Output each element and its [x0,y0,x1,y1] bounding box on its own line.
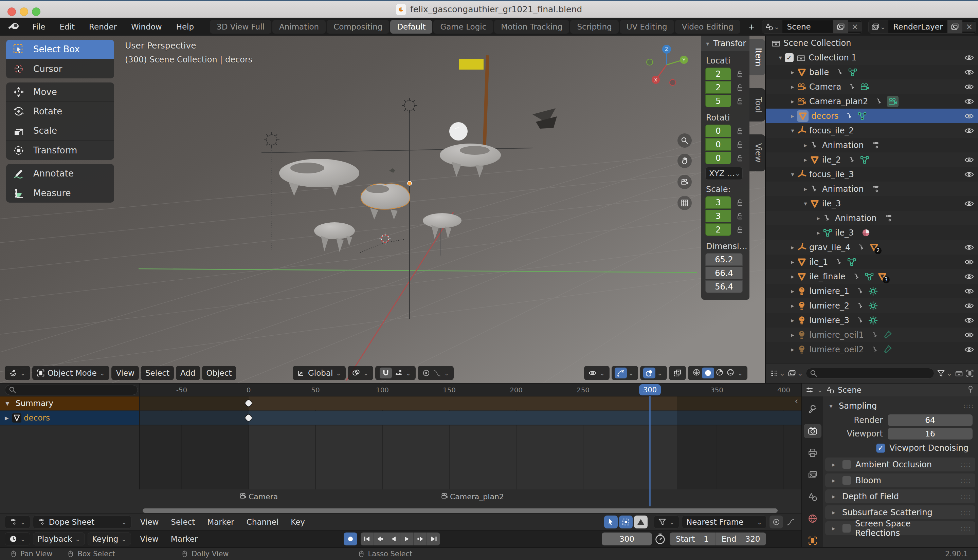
tab-world-properties[interactable] [804,512,821,526]
minimize-window-button[interactable] [20,7,28,16]
outliner-filter-button[interactable]: ⌄ [937,369,952,377]
current-frame-field[interactable]: 300 [602,533,652,545]
animation-icon[interactable] [849,83,857,91]
sync-icon[interactable] [966,369,974,377]
ds-menu-select[interactable]: Select [165,518,201,527]
next-keyframe-button[interactable] [414,533,427,545]
tool-cursor[interactable]: Cursor [6,59,114,78]
blender-logo-icon[interactable] [7,21,20,33]
falloff-curve-icon[interactable] [786,518,794,526]
menu-help[interactable]: Help [169,22,201,31]
outliner-row-collection-1[interactable]: ▾ ✓ Collection 1 [766,50,978,65]
eye-icon[interactable] [965,301,974,310]
gizmo-x-neg[interactable] [670,79,676,85]
disclosure-icon[interactable]: ▸ [788,68,797,76]
viewport-zoom-button[interactable] [678,133,692,148]
viewport-pan-button[interactable] [678,154,692,168]
drag-dots[interactable]: :::: [961,525,971,532]
location-y-field[interactable]: 2 [705,81,731,94]
tab-3d-view-full[interactable]: 3D View Full [210,20,271,33]
sidebar-tab-item[interactable]: Item [749,39,765,75]
tab-animation[interactable]: Animation [272,20,325,33]
location-z-field[interactable]: 5 [705,95,731,107]
overlays-dropdown[interactable]: ⌄ [640,366,667,380]
disclosure-icon[interactable]: ▸ [788,98,797,105]
sidebar-tab-view[interactable]: View [749,134,765,172]
show-gizmos-toggle[interactable] [615,368,627,378]
start-frame-field[interactable]: Start 1 [670,533,716,545]
outliner-row-animation[interactable]: ▸ Animation [766,138,978,152]
scene-unlink-button[interactable]: × [848,22,862,32]
proportional-editing[interactable]: ⌄ [418,366,454,380]
animation-icon[interactable] [857,287,865,295]
renderlayer-name[interactable]: RenderLayer [888,22,948,31]
outliner-display-mode-button[interactable]: ⌄ [788,369,803,377]
end-frame-field[interactable]: End 320 [716,533,766,545]
disclosure-icon[interactable]: ▾ [788,127,797,134]
ds-menu-channel[interactable]: Channel [240,518,285,527]
xray-toggle[interactable] [669,366,686,380]
ambient-occlusion-checkbox[interactable] [842,460,851,469]
mesh-data-icon[interactable] [858,111,867,121]
only-errors-toggle[interactable] [634,515,648,528]
timeline-editor-type-button[interactable]: ⌄ [5,533,30,545]
outliner-row-lumiere-oeil1[interactable]: ▸ lumiere_oeil1 [766,328,978,342]
tab-game-logic[interactable]: Game Logic [433,20,493,33]
shading-material[interactable] [716,368,724,378]
menu-file[interactable]: File [25,22,53,31]
pb-menu-view[interactable]: View [134,535,165,543]
menu-select[interactable]: Select [141,366,174,380]
disclosure-icon[interactable]: ▸ [788,273,797,280]
lock-icon[interactable] [736,212,744,220]
panel-subsurface-scattering[interactable]: ▸ Subsurface Scattering :::: [825,505,975,519]
disclosure-icon[interactable]: ▸ [788,317,797,324]
rotation-x-field[interactable]: 0 [705,125,731,137]
outliner-row-ile-3[interactable]: ▾ ile_3 [766,196,978,211]
eye-icon[interactable] [965,272,974,282]
ds-menu-marker[interactable]: Marker [201,518,240,527]
pivot-point-dropdown[interactable]: ⌄ [348,366,373,380]
tab-object-properties[interactable] [804,533,821,548]
eye-icon[interactable] [965,199,974,208]
panel-ambient-occlusion[interactable]: ▸ Ambient Occlusion :::: [825,458,975,472]
viewport-samples-field[interactable]: 16 [888,428,973,440]
eye-icon[interactable] [965,243,974,252]
animation-icon[interactable] [857,302,865,310]
decors-label[interactable]: decors [24,413,50,422]
summary-label[interactable]: Summary [16,399,53,408]
outliner-row-animation[interactable]: ▸ Animation [766,211,978,225]
panel-screen-space-reflections[interactable]: ▸ Screen Space Reflections :::: [825,521,975,535]
proportional-toggle[interactable] [422,369,430,377]
properties-editor-icon[interactable] [806,386,814,394]
scale-z-field[interactable]: 2 [705,223,731,236]
only-selected-toggle[interactable] [604,515,618,528]
navigation-gizmo[interactable]: Z X Y [637,42,688,86]
eye-icon[interactable] [965,97,974,106]
drag-dots[interactable]: :::: [961,509,971,516]
tab-uv-editing[interactable]: UV Editing [620,20,674,33]
horizontal-scrollbar[interactable] [143,508,778,513]
drag-dots[interactable]: :::: [961,493,971,500]
outliner-row-camera-plan2[interactable]: ▸ Camera_plan2 [766,94,978,108]
outliner-row-lumiere-oeil2[interactable]: ▸ lumiere_oeil2 [766,342,978,357]
outliner-row-camera[interactable]: ▸ Camera [766,79,978,94]
rotation-z-field[interactable]: 0 [705,152,731,164]
gizmos-dropdown[interactable]: ⌄ [612,366,638,380]
scale-y-field[interactable]: 3 [705,210,731,222]
disclosure-icon[interactable]: ▸ [801,142,810,149]
tool-scale[interactable]: Scale [6,121,114,140]
animation-icon[interactable] [836,68,844,77]
tool-annotate[interactable]: Annotate [6,164,114,183]
show-hidden-toggle[interactable] [619,515,633,528]
panel-bloom[interactable]: ▸ Bloom :::: [825,473,975,487]
disclosure-icon[interactable]: ▸ [788,346,797,353]
dope-sheet[interactable]: -50 0 50 100 150 200 250 350 400 ▾ Summa… [0,383,801,513]
disclosure-icon[interactable]: ▾ [776,54,785,61]
panel-depth-of-field[interactable]: ▸ Depth of Field :::: [825,489,975,503]
sidebar-collapse-arrow[interactable]: ‹ [794,396,798,406]
eye-icon[interactable] [965,82,974,92]
outliner-row-focus-ile-2[interactable]: ▾ focus_ile_2 [766,123,978,138]
animation-icon[interactable] [848,156,856,164]
tab-scene-properties[interactable] [804,489,821,504]
play-reverse-button[interactable] [387,533,401,545]
